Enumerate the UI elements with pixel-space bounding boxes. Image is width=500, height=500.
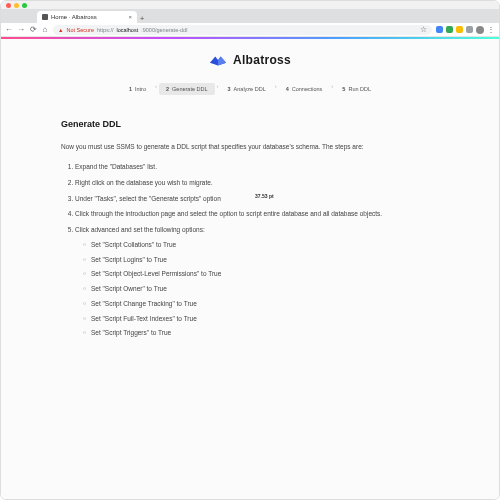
extension-icon[interactable] xyxy=(436,26,443,33)
step-run-ddl[interactable]: 5Run DDL xyxy=(335,83,378,95)
point-badge: 37.53 pt xyxy=(255,193,274,199)
menu-icon[interactable]: ⋮ xyxy=(487,25,495,34)
list-item: Set "Script Full-Text Indexes" to True xyxy=(83,314,439,324)
minimize-window-icon[interactable] xyxy=(14,3,19,8)
page-title: Generate DDL xyxy=(61,119,439,129)
list-item: Expand the "Databases" list. xyxy=(75,162,439,172)
traffic-lights xyxy=(1,1,499,9)
back-button[interactable]: ← xyxy=(5,25,13,34)
url-path: :9000/generate-ddl xyxy=(141,27,187,33)
home-button[interactable]: ⌂ xyxy=(41,25,49,34)
favicon-icon xyxy=(42,14,48,20)
url-host: localhost xyxy=(116,27,138,33)
url-scheme: https:// xyxy=(97,27,114,33)
list-item: Set "Script Triggers" to True xyxy=(83,328,439,338)
tab-strip: Home · Albatross × + xyxy=(1,9,499,23)
list-item: Set "Script Logins" to True xyxy=(83,255,439,265)
close-window-icon[interactable] xyxy=(6,3,11,8)
albatross-logo-icon xyxy=(209,53,227,67)
tab-title: Home · Albatross xyxy=(51,14,97,20)
list-item: Right click on the database you wish to … xyxy=(75,178,439,188)
list-item: Click through the introduction page and … xyxy=(75,209,439,219)
forward-button[interactable]: → xyxy=(17,25,25,34)
list-item-text: Click advanced and set the following opt… xyxy=(75,226,205,233)
list-item: Set "Script Object-Level Permissions" to… xyxy=(83,269,439,279)
list-item: Click advanced and set the following opt… xyxy=(75,225,439,338)
address-bar[interactable]: ▲ Not Secure https:// localhost :9000/ge… xyxy=(53,25,432,35)
brand-header: Albatross xyxy=(1,39,499,77)
intro-text: Now you must use SSMS to generate a DDL … xyxy=(61,143,439,150)
page-content: Albatross 1Intro › 2Generate DDL › 3Anal… xyxy=(1,39,499,499)
step-generate-ddl[interactable]: 2Generate DDL xyxy=(159,83,215,95)
extensions-area: ⋮ xyxy=(436,25,495,34)
steps-list: Expand the "Databases" list. Right click… xyxy=(61,162,439,338)
extension-icon[interactable] xyxy=(446,26,453,33)
list-item: Set "Script Collations" to True xyxy=(83,240,439,250)
not-secure-icon: ▲ xyxy=(58,27,63,33)
bookmark-icon[interactable]: ☆ xyxy=(419,25,427,34)
browser-window: Home · Albatross × + ← → ⟳ ⌂ ▲ Not Secur… xyxy=(0,0,500,500)
close-tab-icon[interactable]: × xyxy=(128,14,132,20)
address-bar-row: ← → ⟳ ⌂ ▲ Not Secure https:// localhost … xyxy=(1,23,499,37)
puzzle-icon[interactable] xyxy=(466,26,473,33)
brand-name: Albatross xyxy=(233,53,291,67)
step-intro[interactable]: 1Intro xyxy=(122,83,153,95)
not-secure-label: Not Secure xyxy=(66,27,94,33)
list-item: Set "Script Owner" to True xyxy=(83,284,439,294)
step-connections[interactable]: 4Connections xyxy=(279,83,330,95)
step-analyze-ddl[interactable]: 3Analyze DDL xyxy=(221,83,273,95)
reload-button[interactable]: ⟳ xyxy=(29,25,37,34)
new-tab-button[interactable]: + xyxy=(137,14,147,23)
list-item: Set "Script Change Tracking" to True xyxy=(83,299,439,309)
main-content: Generate DDL Now you must use SSMS to ge… xyxy=(1,101,499,338)
profile-avatar[interactable] xyxy=(476,26,484,34)
maximize-window-icon[interactable] xyxy=(22,3,27,8)
browser-tab[interactable]: Home · Albatross × xyxy=(37,11,137,23)
options-sublist: Set "Script Collations" to True Set "Scr… xyxy=(75,240,439,338)
wizard-steps: 1Intro › 2Generate DDL › 3Analyze DDL › … xyxy=(1,77,499,101)
extension-icon[interactable] xyxy=(456,26,463,33)
